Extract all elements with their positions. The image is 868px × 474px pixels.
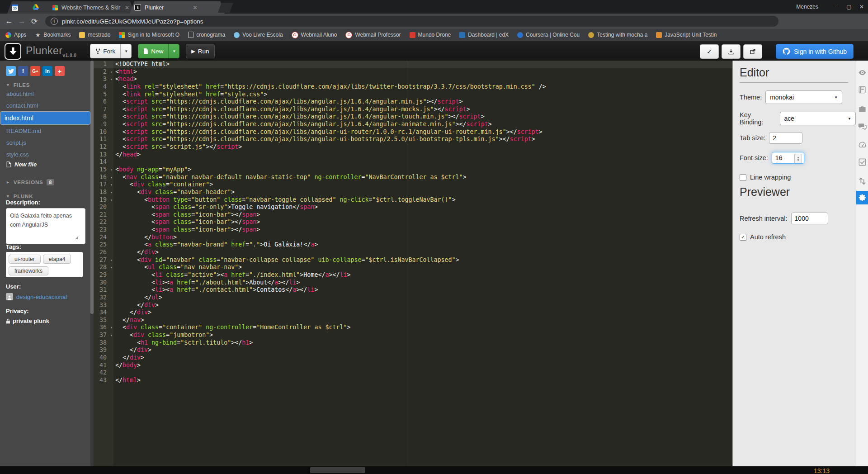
preview-eye-icon[interactable] [858, 68, 867, 77]
code-line[interactable]: 31 <li><a href="./contact.html">Contatos… [94, 286, 732, 294]
fold-widget-icon[interactable]: ▾ [110, 69, 113, 76]
facebook-icon[interactable]: f [18, 66, 28, 76]
bookmark-item[interactable]: Sign in to Microsoft O [119, 32, 179, 38]
share-plus-icon[interactable]: + [55, 66, 65, 76]
code-line[interactable]: 33 </div> [94, 302, 732, 309]
browser-profile-name[interactable]: Menezes [796, 4, 818, 10]
code-line[interactable]: 40 </div> [94, 354, 732, 362]
editor-scrollbar[interactable] [90, 61, 94, 466]
fold-widget-icon[interactable]: ▾ [110, 264, 113, 272]
plunk-section-header[interactable]: ▼ PLUNK [6, 194, 33, 199]
user-link[interactable]: design-educacional [16, 294, 67, 300]
taskbar-item[interactable] [310, 467, 365, 473]
code-line[interactable]: 9 <script src="https://cdnjs.cloudflare.… [94, 121, 732, 128]
maximize-button[interactable]: ▢ [843, 0, 855, 14]
code-line[interactable]: 8 <script src="https://cdnjs.cloudflare.… [94, 113, 732, 121]
linewrap-checkbox[interactable] [740, 174, 746, 181]
code-line[interactable]: 39 </div> [94, 346, 732, 354]
code-line[interactable]: 35 </nav> [94, 317, 732, 324]
github-signin-button[interactable]: Sign in with Github [776, 44, 854, 59]
tag-ui-router[interactable]: ui-router [9, 255, 41, 264]
scrollbar-thumb[interactable] [90, 61, 94, 314]
code-line[interactable]: 27▾ <div id="navbar" class="navbar-colla… [94, 256, 732, 264]
code-line[interactable]: 36▾ <div class="container" ng-controller… [94, 324, 732, 332]
code-line[interactable]: 23 <span class="icon-bar"></span> [94, 226, 732, 234]
back-icon[interactable]: ← [3, 17, 15, 26]
code-line[interactable]: 6 <script src="https://cdnjs.cloudflare.… [94, 98, 732, 106]
file-item-contact.html[interactable]: contact.html [0, 100, 90, 111]
bookmark-item[interactable]: cronograma [188, 32, 225, 38]
bookmark-item[interactable]: GWebmail Professor [345, 32, 401, 38]
code-line[interactable]: 3▾<head> [94, 76, 732, 83]
code-line[interactable]: 17▾ <div class="container"> [94, 181, 732, 189]
code-line[interactable]: 37▾ <div class="jumbotron"> [94, 332, 732, 339]
code-line[interactable]: 32 </ul> [94, 294, 732, 302]
minimize-button[interactable]: ─ [830, 0, 843, 14]
fold-widget-icon[interactable]: ▾ [110, 166, 113, 174]
close-button[interactable]: ✕ [855, 0, 868, 14]
fold-widget-icon[interactable]: ▾ [110, 181, 113, 189]
bookmark-item[interactable]: Mundo Drone [410, 32, 451, 38]
code-line[interactable]: 34 </div> [94, 309, 732, 317]
bookmark-item[interactable]: Voo Livre Escola [234, 32, 283, 38]
code-line[interactable]: 41</body> [94, 362, 732, 370]
description-textarea[interactable]: Olá Galaxia feito apenas com AngularJS [6, 208, 85, 244]
download-button[interactable] [722, 44, 741, 59]
tabsize-input[interactable] [769, 132, 802, 144]
code-line[interactable]: 25 <a class="navbar-brand" href=".">Oi G… [94, 241, 732, 249]
tab-close-icon[interactable]: ✕ [193, 5, 197, 11]
code-line[interactable]: 18▾ <div class="navbar-header"> [94, 189, 732, 196]
fold-widget-icon[interactable]: ▾ [110, 332, 113, 340]
bookmark-item[interactable]: Coursera | Online Cou [517, 32, 580, 38]
fork-button[interactable]: Fork [90, 44, 121, 58]
code-line[interactable]: 13</head> [94, 151, 732, 159]
linkedin-icon[interactable]: in [42, 66, 52, 76]
tag-etapa4[interactable]: etapa4 [43, 255, 71, 264]
fold-widget-icon[interactable]: ▾ [110, 324, 113, 332]
sync-arrows-icon[interactable] [858, 176, 867, 186]
code-line[interactable]: 14 [94, 158, 732, 166]
file-item-index.html[interactable]: index.html [0, 111, 90, 125]
save-check-button[interactable]: ✓ [700, 44, 719, 59]
bookmark-item[interactable]: Testing with mocha a [588, 32, 647, 38]
reload-icon[interactable]: ⟳ [28, 17, 41, 26]
refresh-interval-input[interactable] [791, 213, 828, 224]
bookmark-item[interactable]: Apps [5, 32, 26, 38]
number-stepper[interactable]: ▲▼ [794, 154, 802, 163]
docs-book-icon[interactable] [858, 85, 867, 95]
code-line[interactable]: 38 <h1 ng-bind="$ctrl.titulo"></h1> [94, 339, 732, 347]
code-line[interactable]: 24 </button> [94, 234, 732, 242]
textarea-resize-grip[interactable] [75, 236, 78, 239]
autorefresh-checkbox[interactable]: ✓ [740, 234, 746, 241]
code-line[interactable]: 12 <script src="script.js"></script> [94, 143, 732, 151]
new-file-item[interactable]: New file [6, 161, 37, 168]
code-editor[interactable]: 1<!DOCTYPE html>2▾<html>3▾<head>4 <link … [94, 61, 732, 466]
bookmark-item[interactable]: ★Bookmarks [35, 32, 71, 38]
tasks-checkbox-icon[interactable] [858, 157, 867, 167]
file-item-README.md[interactable]: README.md [0, 125, 90, 137]
tab-website-themes[interactable]: Website Themes & Skins ✕ [48, 1, 135, 14]
fold-widget-icon[interactable]: ▾ [110, 76, 113, 84]
file-item-style.css[interactable]: style.css [0, 148, 90, 160]
tag-frameworks[interactable]: frameworks [9, 266, 48, 275]
forward-icon[interactable]: → [15, 17, 28, 26]
code-line[interactable]: 2▾<html> [94, 68, 732, 76]
code-line[interactable]: 21 <span class="icon-bar"></span> [94, 211, 732, 219]
file-item-script.js[interactable]: script.js [0, 137, 90, 148]
bookmark-item[interactable]: GWebmail Aluno [292, 32, 337, 38]
fork-dropdown-caret[interactable]: ▼ [121, 44, 132, 58]
tab-close-icon[interactable]: ✕ [125, 5, 129, 11]
tab-plunker[interactable]: Plunker ✕ [130, 1, 225, 14]
open-external-button[interactable] [743, 44, 762, 59]
code-line[interactable]: 19▾ <button type="button" class="navbar-… [94, 196, 732, 204]
bookmark-item[interactable]: JavaScript Unit Testin [656, 32, 717, 38]
keybinding-select[interactable]: ace▼ [780, 112, 856, 125]
plunker-logo[interactable] [5, 43, 21, 60]
toolbox-icon[interactable] [858, 104, 867, 114]
bookmark-item[interactable]: Dashboard | edX [459, 32, 509, 38]
url-field[interactable]: i plnkr.co/edit/uGEc2UkGOMxMJeUPaz2o?p=o… [45, 16, 778, 27]
site-info-icon[interactable]: i [51, 18, 58, 25]
fold-widget-icon[interactable]: ▾ [110, 257, 113, 265]
code-line[interactable]: 10 <script src="https://cdnjs.cloudflare… [94, 128, 732, 136]
code-line[interactable]: 29 <li class="active"><a href="./index.h… [94, 271, 732, 279]
